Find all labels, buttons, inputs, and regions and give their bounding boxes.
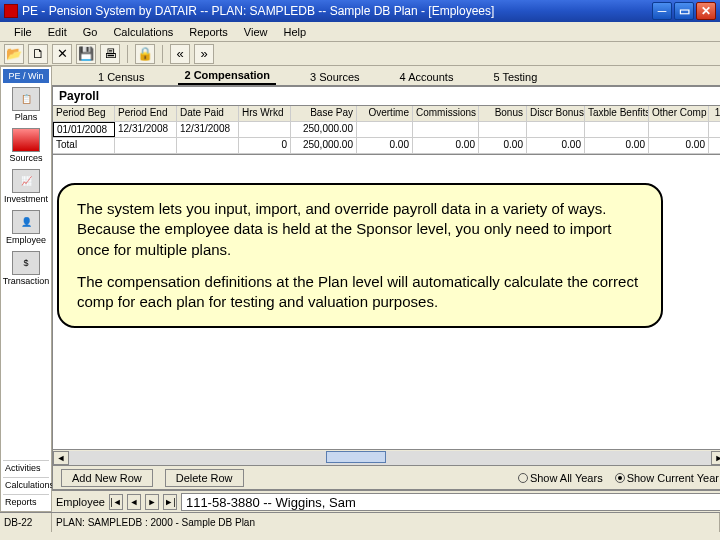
toolbar-next-icon[interactable]: »: [194, 44, 214, 64]
scroll-thumb[interactable]: [326, 451, 386, 463]
investment-icon: 📈: [12, 169, 40, 193]
menu-reports[interactable]: Reports: [181, 24, 236, 40]
toolbar-new-icon[interactable]: 🗋: [28, 44, 48, 64]
employee-icon: 👤: [12, 210, 40, 234]
menu-view[interactable]: View: [236, 24, 276, 40]
sidebar-item-employee[interactable]: 👤 Employee: [3, 208, 49, 247]
minimize-button[interactable]: ─: [652, 2, 672, 20]
toolbar-print-icon[interactable]: 🖶: [100, 44, 120, 64]
employee-label: Employee: [56, 496, 105, 508]
payroll-grid[interactable]: Period Beg Period End Date Paid Hrs Wrkd…: [53, 105, 720, 155]
employee-next-button[interactable]: ►: [145, 494, 159, 510]
delete-row-button[interactable]: Delete Row: [165, 469, 244, 487]
scroll-right-button[interactable]: ►: [711, 451, 720, 465]
help-balloon: The system lets you input, import, and o…: [57, 183, 663, 328]
add-row-button[interactable]: Add New Row: [61, 469, 153, 487]
horizontal-scrollbar[interactable]: ◄ ►: [53, 449, 720, 465]
balloon-paragraph: The system lets you input, import, and o…: [77, 199, 643, 260]
tab-sources[interactable]: 3 Sources: [304, 69, 366, 85]
menu-edit[interactable]: Edit: [40, 24, 75, 40]
menu-file[interactable]: File: [6, 24, 40, 40]
status-bar: DB-22 PLAN: SAMPLEDB : 2000 - Sample DB …: [0, 512, 720, 532]
toolbar-prev-icon[interactable]: «: [170, 44, 190, 64]
panel-title: Payroll: [53, 87, 720, 105]
scroll-left-button[interactable]: ◄: [53, 451, 69, 465]
toolbar-open-icon[interactable]: 📂: [4, 44, 24, 64]
toolbar-save-icon[interactable]: 💾: [76, 44, 96, 64]
sidebar-item-plans[interactable]: 📋 Plans: [3, 85, 49, 124]
sidebar-header[interactable]: PE / Win: [3, 69, 49, 83]
menu-go[interactable]: Go: [75, 24, 106, 40]
tab-compensation[interactable]: 2 Compensation: [178, 67, 276, 85]
grid-header: Period Beg Period End Date Paid Hrs Wrkd…: [53, 106, 720, 122]
close-button[interactable]: ✕: [696, 2, 716, 20]
sidebar-item-sources[interactable]: Sources: [3, 126, 49, 165]
sidebar-footer-calculations[interactable]: Calculations: [3, 477, 49, 492]
employee-picker: Employee |◄ ◄ ► ►| 111-58-3880 -- Wiggin…: [52, 490, 720, 512]
maximize-button[interactable]: ▭: [674, 2, 694, 20]
workbook-tabs: 1 Census 2 Compensation 3 Sources 4 Acco…: [52, 66, 720, 86]
tab-testing[interactable]: 5 Testing: [487, 69, 543, 85]
employee-first-button[interactable]: |◄: [109, 494, 123, 510]
sources-icon: [12, 128, 40, 152]
toolbar: 📂 🗋 ✕ 💾 🖶 🔒 « »: [0, 42, 720, 66]
status-code: DB-22: [0, 513, 52, 532]
nav-sidebar: PE / Win 📋 Plans Sources 📈 Investment 👤 …: [0, 66, 52, 512]
toolbar-lock-icon[interactable]: 🔒: [135, 44, 155, 64]
app-icon: [4, 4, 18, 18]
radio-show-current-year[interactable]: Show Current Year: [615, 472, 719, 484]
transaction-icon: $: [12, 251, 40, 275]
employee-last-button[interactable]: ►|: [163, 494, 177, 510]
radio-show-all-years[interactable]: Show All Years: [518, 472, 603, 484]
status-plan: PLAN: SAMPLEDB : 2000 - Sample DB Plan: [52, 513, 720, 532]
sidebar-footer-reports[interactable]: Reports: [3, 494, 49, 509]
plans-icon: 📋: [12, 87, 40, 111]
sidebar-item-transaction[interactable]: $ Transaction: [3, 249, 49, 288]
window-titlebar: PE - Pension System by DATAIR -- PLAN: S…: [0, 0, 720, 22]
menubar: File Edit Go Calculations Reports View H…: [0, 22, 720, 42]
menu-calculations[interactable]: Calculations: [105, 24, 181, 40]
tab-accounts[interactable]: 4 Accounts: [394, 69, 460, 85]
panel-footer: Add New Row Delete Row Show All Years Sh…: [53, 465, 720, 489]
grid-data-row[interactable]: 01/01/2008 12/31/2008 12/31/2008 250,000…: [53, 122, 720, 138]
tab-census[interactable]: 1 Census: [92, 69, 150, 85]
employee-prev-button[interactable]: ◄: [127, 494, 141, 510]
sidebar-footer-activities[interactable]: Activities: [3, 460, 49, 475]
window-title: PE - Pension System by DATAIR -- PLAN: S…: [22, 4, 652, 18]
balloon-paragraph: The compensation definitions at the Plan…: [77, 272, 643, 313]
sidebar-item-investment[interactable]: 📈 Investment: [3, 167, 49, 206]
employee-name-field[interactable]: 111-58-3880 -- Wiggins, Sam: [181, 493, 720, 511]
menu-help[interactable]: Help: [276, 24, 315, 40]
toolbar-delete-icon[interactable]: ✕: [52, 44, 72, 64]
grid-total-row: Total 0 250,000.00 0.00 0.00 0.00 0.00 0…: [53, 138, 720, 154]
